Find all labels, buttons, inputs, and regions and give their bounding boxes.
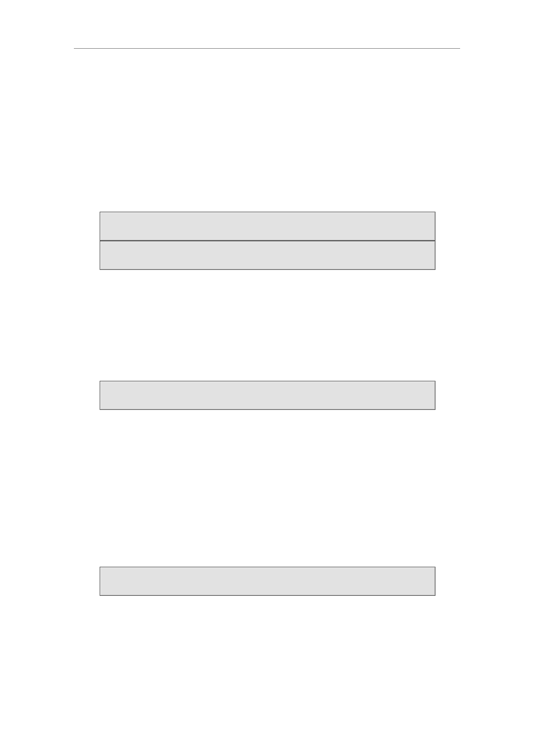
content-box-4 <box>100 567 435 596</box>
content-box-1 <box>100 212 435 241</box>
content-box-2 <box>100 241 435 270</box>
content-box-3 <box>100 381 435 410</box>
header-divider <box>74 48 460 49</box>
